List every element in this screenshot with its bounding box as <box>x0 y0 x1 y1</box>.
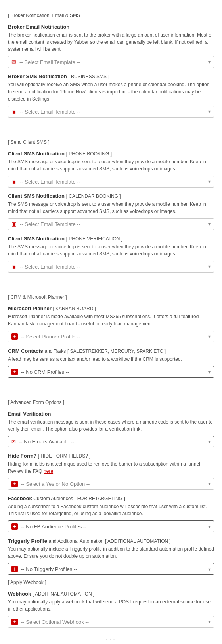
fb-audience-select[interactable]: -- No FB Audience Profiles -- <box>21 524 207 530</box>
field-ms-planner: Microsoft Planner [ KANBAN BOARD ] Micro… <box>8 306 214 342</box>
field-label-webhook: Webhook [ ADDITINAL AUTOMATION ] <box>8 591 214 597</box>
select-row-triggerly[interactable]: + -- No Triggerly Profiles -- <box>8 563 214 575</box>
field-desc-client-sms-calendar: The SMS message or voicedrop is sent to … <box>8 201 214 215</box>
section-header-client-sms: [ Send Client SMS ] <box>8 139 214 145</box>
plus-icon-crm: + <box>11 369 18 375</box>
select-row-webhook[interactable]: + -- Select Optional Webhook -- ▾ <box>8 616 214 628</box>
field-label-crm-contacts: CRM Contacts and Tasks [ SALESTREKKER, M… <box>8 348 214 354</box>
field-label-fb-audience: Facebook Custom Audiences [ FOR RETARGET… <box>8 495 214 501</box>
field-desc-webhook: You may optionally apply a webhook that … <box>8 598 214 613</box>
field-label-extra-webhook: [ ADDITINAL AUTOMATION ] <box>33 591 94 597</box>
field-hide-form: Hide Form? [ HIDE FORM FIELDS? ] Hiding … <box>8 453 214 490</box>
select-row-broker-sms[interactable]: ▣ -- Select Email Template -- ▾ <box>8 106 214 118</box>
field-label-extra-broker-sms: [ BUSINESS SMS ] <box>68 74 109 79</box>
sms-icon-client-calendar: ▣ <box>11 221 17 227</box>
field-label-broker-email: Broker Email Notification <box>8 24 214 30</box>
divider-1: · <box>8 125 214 133</box>
field-label-hide-form: Hide Form? [ HIDE FORM FIELDS? ] <box>8 453 214 459</box>
field-label-extra-hide-form: [ HIDE FORM FIELDS? ] <box>38 453 91 459</box>
section-broker-notification: [ Broker Notification, Email & SMS ] Bro… <box>8 13 214 118</box>
chevron-down-icon-triggerly <box>207 566 211 572</box>
select-row-broker-email[interactable]: ✉ -- Select Email Template -- ▾ <box>8 56 214 68</box>
plus-icon-webhook: + <box>11 619 18 625</box>
sms-icon-client-phone: ▣ <box>11 178 17 185</box>
page-container: [ Broker Notification, Email & SMS ] Bro… <box>8 13 214 644</box>
field-label-broker-sms: Broker SMS Notification [ BUSINESS SMS ] <box>8 73 214 79</box>
field-label-email-verification: Email Verification <box>8 411 214 417</box>
field-client-sms-phone: Client SMS Notification [ PHONE BOOKING … <box>8 151 214 188</box>
field-label-extra-client-verify: [ PHONE VERIFICATION ] <box>66 236 122 242</box>
broker-email-select[interactable]: -- Select Email Template -- <box>19 59 207 65</box>
section-client-sms: [ Send Client SMS ] Client SMS Notificat… <box>8 139 214 273</box>
divider-2: · <box>8 280 214 288</box>
field-broker-sms: Broker SMS Notification [ BUSINESS SMS ]… <box>8 73 214 118</box>
field-desc-broker-sms: You will optionally receive an SMS when … <box>8 81 214 102</box>
field-label-client-sms-calendar: Client SMS Notification [ CALENDAR BOOKI… <box>8 193 214 199</box>
triggerly-select[interactable]: -- No Triggerly Profiles -- <box>21 566 207 572</box>
section-header-crm: [ CRM & Microsoft Planner ] <box>8 294 214 300</box>
section-webhook: [ Apply Webhook ] Webhook [ ADDITINAL AU… <box>8 580 214 628</box>
field-label-client-sms-verify: Client SMS Notification [ PHONE VERIFICA… <box>8 236 214 242</box>
chevron-down-icon-hide-form: ▾ <box>208 481 211 487</box>
faq-link[interactable]: here <box>44 468 53 474</box>
field-desc-triggerly: You may optionally include a Triggerly p… <box>8 545 214 560</box>
plus-icon-triggerly: + <box>11 566 18 572</box>
client-sms-phone-select[interactable]: -- Select Email Template -- <box>20 179 207 185</box>
field-label-extra-client-phone: [ PHONE BOOKING ] <box>66 151 112 157</box>
select-row-email-verification[interactable]: ✉ -- No Emails Available -- <box>8 436 214 447</box>
sms-icon-client-verify: ▣ <box>11 263 17 270</box>
divider-3: · <box>8 385 214 393</box>
field-label-extra-ms-planner: [ KANBAN BOARD ] <box>53 306 96 311</box>
chevron-down-icon-client-verify: ▾ <box>208 264 211 269</box>
field-label-additional-automation: and Additional Automation <box>49 538 104 544</box>
plus-icon-hide-form: + <box>11 481 18 487</box>
field-label-extra-triggerly: [ ADDITIONAL AUTOMATION ] <box>105 538 171 544</box>
chevron-down-icon: ▾ <box>208 59 211 65</box>
select-row-crm-contacts[interactable]: + -- No CRM Profiles -- <box>8 366 214 378</box>
field-broker-email: Broker Email Notification The broker not… <box>8 24 214 68</box>
dots-divider: ··· <box>8 635 214 644</box>
field-desc-broker-email: The broker notification email is sent to… <box>8 31 214 53</box>
select-row-client-sms-verify[interactable]: ▣ -- Select Email Template -- ▾ <box>8 261 214 273</box>
field-client-sms-calendar: Client SMS Notification [ CALENDAR BOOKI… <box>8 193 214 230</box>
field-desc-client-sms-phone: The SMS message or voicedrop is sent to … <box>8 158 214 172</box>
ms-planner-select[interactable]: -- Select Planner Profile -- <box>21 334 207 340</box>
select-row-fb-audience[interactable]: + -- No FB Audience Profiles -- <box>8 520 214 532</box>
field-email-verification: Email Verification The email verificatio… <box>8 411 214 447</box>
section-header-broker: [ Broker Notification, Email & SMS ] <box>8 13 214 18</box>
select-row-client-sms-calendar[interactable]: ▣ -- Select Email Template -- ▾ <box>8 218 214 230</box>
field-label-and-tasks: and Tasks <box>44 348 66 354</box>
section-crm-planner: [ CRM & Microsoft Planner ] Microsoft Pl… <box>8 294 214 378</box>
field-crm-contacts: CRM Contacts and Tasks [ SALESTREKKER, M… <box>8 348 214 378</box>
field-label-extra-crm: [ SALESTREKKER, MERCURY, SPARK ETC ] <box>67 348 166 354</box>
field-webhook: Webhook [ ADDITINAL AUTOMATION ] You may… <box>8 591 214 628</box>
sms-icon-broker: ▣ <box>11 108 17 115</box>
field-triggerly: Triggerly Profile and Additional Automat… <box>8 538 214 575</box>
field-client-sms-verify: Client SMS Notification [ PHONE VERIFICA… <box>8 236 214 273</box>
client-sms-verify-select[interactable]: -- Select Email Template -- <box>20 264 207 270</box>
email-icon-verification: ✉ <box>11 439 16 445</box>
chevron-down-icon-crm <box>207 369 211 375</box>
field-desc-client-sms-verify: The SMS message or voicedrop is sent to … <box>8 243 214 257</box>
select-row-client-sms-phone[interactable]: ▣ -- Select Email Template -- ▾ <box>8 176 214 188</box>
chevron-down-icon-client-phone: ▾ <box>208 179 211 184</box>
hide-form-select[interactable]: -- Select a Yes or No Option -- <box>21 481 207 487</box>
chevron-down-icon-webhook: ▾ <box>208 619 211 625</box>
field-label-custom-audiences: Custom Audiences <box>33 496 73 501</box>
field-desc-fb-audience: Adding a subscriber to a Facebook custom… <box>8 503 214 517</box>
email-verification-select[interactable]: -- No Emails Available -- <box>19 439 207 445</box>
select-row-ms-planner[interactable]: + -- Select Planner Profile -- ▾ <box>8 331 214 342</box>
select-row-hide-form[interactable]: + -- Select a Yes or No Option -- ▾ <box>8 478 214 490</box>
webhook-select[interactable]: -- Select Optional Webhook -- <box>21 619 207 625</box>
field-label-client-sms-phone: Client SMS Notification [ PHONE BOOKING … <box>8 151 214 157</box>
section-header-advanced: [ Advanced Form Options ] <box>8 400 214 405</box>
email-icon: ✉ <box>11 59 16 65</box>
field-desc-crm-contacts: A lead may be sent as a contact and/or l… <box>8 356 214 363</box>
section-advanced-form: [ Advanced Form Options ] Email Verifica… <box>8 400 214 575</box>
field-desc-ms-planner: Microsoft Planner is made available with… <box>8 313 214 327</box>
field-label-triggerly: Triggerly Profile and Additional Automat… <box>8 538 214 544</box>
crm-contacts-select[interactable]: -- No CRM Profiles -- <box>21 369 207 375</box>
plus-icon-fb: + <box>11 523 18 530</box>
client-sms-calendar-select[interactable]: -- Select Email Template -- <box>20 221 207 227</box>
broker-sms-select[interactable]: -- Select Email Template -- <box>20 109 207 115</box>
